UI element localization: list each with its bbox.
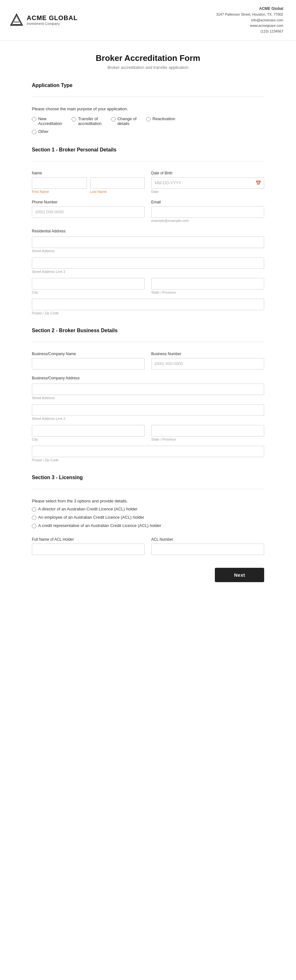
state-input[interactable] bbox=[151, 278, 264, 290]
business-name-label: Business/Company Name bbox=[32, 352, 145, 356]
divider-s1 bbox=[32, 161, 264, 161]
radio-new-accreditation-input[interactable] bbox=[32, 117, 36, 121]
company-info: ACME Global 3147 Patterson Street, Houst… bbox=[216, 6, 283, 35]
company-subtitle: Investment Company bbox=[27, 22, 78, 25]
street-address2-row: Street Address Line 2 bbox=[32, 257, 264, 274]
acl-holder-label: Full Name of ACL Holder bbox=[32, 537, 145, 542]
acl-holder-group: Full Name of ACL Holder bbox=[32, 537, 145, 555]
first-name-input[interactable] bbox=[32, 177, 87, 189]
biz-state-hint: State / Province bbox=[151, 438, 264, 441]
radio-new-accreditation[interactable]: NewAccreditation bbox=[32, 116, 62, 126]
application-type-title: Application Type bbox=[32, 83, 264, 90]
biz-state-group: State / Province bbox=[151, 425, 264, 441]
radio-acl-representative-input[interactable] bbox=[32, 524, 36, 528]
biz-street2-hint: Street Address Line 2 bbox=[32, 417, 264, 420]
dob-input[interactable] bbox=[151, 177, 264, 189]
street-address2-hint: Street Address Line 2 bbox=[32, 270, 264, 274]
radio-acl-employee-label: An employee of an Australian Credit Lice… bbox=[38, 515, 144, 520]
biz-street-hint: Street Address bbox=[32, 396, 264, 400]
business-name-input[interactable] bbox=[32, 358, 145, 369]
biz-street-input[interactable] bbox=[32, 383, 264, 395]
street-address-hint: Street Address bbox=[32, 249, 264, 253]
phone-email-row: Phone Number Email example@example.com bbox=[32, 200, 264, 223]
contact-address: 3147 Patterson Street, Houston, TX, 7700… bbox=[216, 12, 283, 18]
city-input[interactable] bbox=[32, 278, 145, 290]
page-title-area: Broker Accreditation Form Broker accredi… bbox=[32, 53, 264, 70]
radio-change-details[interactable]: Change ofdetails bbox=[111, 116, 136, 126]
name-inputs: First Name Last Name bbox=[32, 177, 145, 194]
street-address2-input[interactable] bbox=[32, 257, 264, 269]
logo-icon bbox=[9, 13, 24, 27]
residential-address-label: Residential Address bbox=[32, 229, 264, 233]
zip-hint: Postal / Zip Code bbox=[32, 311, 264, 315]
divider bbox=[32, 97, 264, 97]
last-name-group: Last Name bbox=[90, 177, 145, 194]
application-type-section: Application Type Please choose the main … bbox=[32, 83, 264, 134]
last-name-input[interactable] bbox=[90, 177, 145, 189]
zip-input[interactable] bbox=[32, 299, 264, 310]
biz-street2-row: Street Address Line 2 bbox=[32, 404, 264, 420]
business-number-label: Business Number bbox=[151, 352, 264, 356]
business-name-group: Business/Company Name bbox=[32, 352, 145, 369]
biz-city-hint: City bbox=[32, 438, 145, 441]
dob-group: Date of Birth 📅 Date bbox=[151, 171, 264, 194]
biz-city-group: City bbox=[32, 425, 145, 441]
radio-acl-director-input[interactable] bbox=[32, 507, 36, 512]
radio-reactivation-label: Reactivation bbox=[152, 116, 176, 121]
radio-acl-representative-label: A credit representative of an Australian… bbox=[38, 523, 161, 528]
radio-reactivation-input[interactable] bbox=[146, 117, 150, 121]
phone-input[interactable] bbox=[32, 206, 145, 218]
biz-city-state-row: City State / Province bbox=[32, 425, 264, 441]
business-address-label: Business/Company Address bbox=[32, 376, 264, 380]
button-row: Next bbox=[32, 568, 264, 582]
biz-state-input[interactable] bbox=[151, 425, 264, 436]
email-label: Email bbox=[151, 200, 264, 204]
city-hint: City bbox=[32, 290, 145, 294]
main-content: Broker Accreditation Form Broker accredi… bbox=[0, 40, 296, 601]
dob-label: Date of Birth bbox=[151, 171, 264, 175]
street-address-row: Street Address bbox=[32, 237, 264, 253]
acl-number-group: ACL Number bbox=[151, 537, 264, 555]
biz-zip-input[interactable] bbox=[32, 446, 264, 457]
page-wrapper: ACME GLOBAL Investment Company ACME Glob… bbox=[0, 0, 296, 980]
business-number-input[interactable] bbox=[151, 358, 264, 369]
radio-other-label: Other bbox=[38, 129, 49, 134]
application-type-options: NewAccreditation Transfer ofaccreditatio… bbox=[32, 116, 264, 134]
business-number-group: Business Number bbox=[151, 352, 264, 369]
radio-other-input[interactable] bbox=[32, 130, 36, 134]
zip-row: Postal / Zip Code bbox=[32, 299, 264, 315]
radio-change-details-input[interactable] bbox=[111, 117, 116, 121]
acl-details-row: Full Name of ACL Holder ACL Number bbox=[32, 537, 264, 555]
state-hint: State / Province bbox=[151, 290, 264, 294]
section2: Section 2 - Broker Business Details Busi… bbox=[32, 328, 264, 462]
email-input[interactable] bbox=[151, 206, 264, 218]
page-subtitle: Broker accreditation and transfer applic… bbox=[32, 65, 264, 70]
city-group: City bbox=[32, 278, 145, 294]
radio-acl-employee-input[interactable] bbox=[32, 515, 36, 520]
acl-number-input[interactable] bbox=[151, 544, 264, 555]
radio-acl-director-label: A director of an Australian Credit Licen… bbox=[38, 507, 138, 511]
radio-transfer-accreditation[interactable]: Transfer ofaccreditation bbox=[71, 116, 101, 126]
radio-acl-representative[interactable]: A credit representative of an Australian… bbox=[32, 523, 264, 528]
header: ACME GLOBAL Investment Company ACME Glob… bbox=[0, 0, 296, 40]
radio-acl-employee[interactable]: An employee of an Australian Credit Lice… bbox=[32, 515, 264, 520]
radio-transfer-accreditation-label: Transfer ofaccreditation bbox=[78, 116, 101, 126]
contact-email: info@acmecare.com bbox=[216, 18, 283, 23]
radio-reactivation[interactable]: Reactivation bbox=[146, 116, 176, 126]
street-address-input[interactable] bbox=[32, 237, 264, 248]
radio-other[interactable]: Other bbox=[32, 129, 264, 134]
section3-prompt: Please select from the 3 options and pro… bbox=[32, 499, 264, 503]
first-name-group: First Name bbox=[32, 177, 87, 194]
phone-group: Phone Number bbox=[32, 200, 145, 223]
radio-acl-director[interactable]: A director of an Australian Credit Licen… bbox=[32, 507, 264, 512]
biz-street2-input[interactable] bbox=[32, 404, 264, 416]
next-button[interactable]: Next bbox=[215, 568, 264, 582]
biz-city-input[interactable] bbox=[32, 425, 145, 436]
logo-area: ACME GLOBAL Investment Company bbox=[9, 13, 78, 27]
radio-transfer-accreditation-input[interactable] bbox=[71, 117, 76, 121]
city-state-row: City State / Province bbox=[32, 278, 264, 294]
company-name: ACME GLOBAL bbox=[27, 14, 78, 22]
acl-holder-input[interactable] bbox=[32, 544, 145, 555]
name-label: Name bbox=[32, 171, 145, 175]
contact-phone: (123) 1234567 bbox=[216, 29, 283, 35]
